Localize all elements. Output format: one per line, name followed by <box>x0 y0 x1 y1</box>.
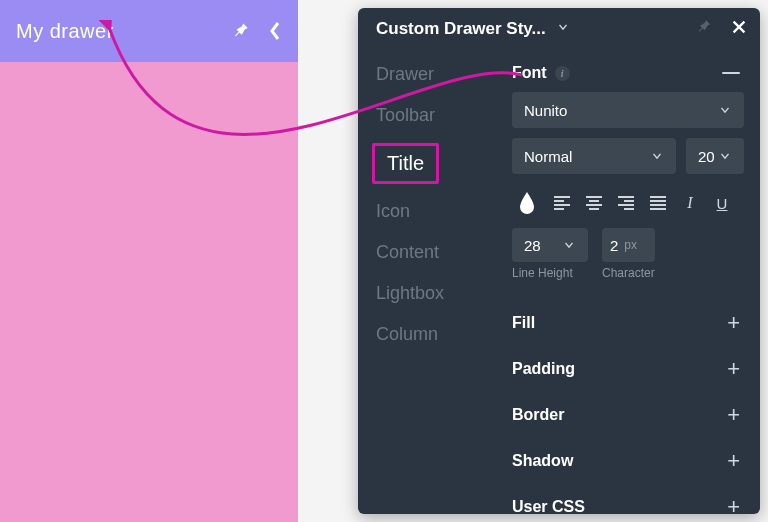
line-height-label: Line Height <box>512 262 588 280</box>
font-family-value: Nunito <box>524 102 567 119</box>
expand-icon: + <box>727 496 740 514</box>
align-justify-icon[interactable] <box>646 191 670 215</box>
style-nav: Drawer Toolbar Title Icon Content Lightb… <box>358 50 512 514</box>
panel-pin-icon[interactable] <box>696 19 712 39</box>
controls: Font i Nunito Normal 20 <box>512 50 760 514</box>
nav-item-icon[interactable]: Icon <box>358 201 512 222</box>
font-weight-value: Normal <box>524 148 572 165</box>
font-size-select[interactable]: 20 <box>686 138 744 174</box>
nav-item-lightbox[interactable]: Lightbox <box>358 283 512 304</box>
align-center-icon[interactable] <box>582 191 606 215</box>
panel-header: Custom Drawer Sty... <box>358 8 760 50</box>
style-panel: Custom Drawer Sty... Drawer Toolbar Titl… <box>358 8 760 514</box>
collapse-icon[interactable] <box>722 72 740 74</box>
drawer-preview: My drawer <box>0 0 298 522</box>
section-border-label: Border <box>512 406 564 424</box>
font-size-value: 20 <box>698 148 715 165</box>
expand-icon: + <box>727 404 740 426</box>
expand-icon: + <box>727 450 740 472</box>
line-height-value: 28 <box>524 237 541 254</box>
character-spacing-value: 2 <box>610 237 618 254</box>
character-spacing-unit: px <box>624 238 637 252</box>
nav-item-column[interactable]: Column <box>358 324 512 345</box>
chevron-left-icon[interactable] <box>268 20 282 42</box>
font-family-select[interactable]: Nunito <box>512 92 744 128</box>
section-padding[interactable]: Padding + <box>512 346 744 392</box>
expand-icon: + <box>727 312 740 334</box>
align-right-icon[interactable] <box>614 191 638 215</box>
section-user-css-label: User CSS <box>512 498 585 514</box>
text-toolbar: I U <box>512 184 744 218</box>
underline-icon[interactable]: U <box>710 191 734 215</box>
section-shadow-label: Shadow <box>512 452 573 470</box>
section-font-header[interactable]: Font i <box>512 64 744 82</box>
align-left-icon[interactable] <box>550 191 574 215</box>
pin-icon[interactable] <box>232 22 250 40</box>
italic-icon[interactable]: I <box>678 191 702 215</box>
section-fill[interactable]: Fill + <box>512 300 744 346</box>
section-fill-label: Fill <box>512 314 535 332</box>
close-icon[interactable] <box>730 18 748 40</box>
panel-title: Custom Drawer Sty... <box>376 19 546 39</box>
font-weight-select[interactable]: Normal <box>512 138 676 174</box>
drawer-header: My drawer <box>0 0 298 62</box>
expand-icon: + <box>727 358 740 380</box>
nav-item-toolbar[interactable]: Toolbar <box>358 105 512 126</box>
font-color-icon[interactable] <box>512 188 542 218</box>
section-border[interactable]: Border + <box>512 392 744 438</box>
nav-item-drawer[interactable]: Drawer <box>358 64 512 85</box>
line-height-select[interactable]: 28 <box>512 228 588 262</box>
drawer-header-icons <box>232 20 282 42</box>
info-icon[interactable]: i <box>555 66 570 81</box>
chevron-down-icon[interactable] <box>556 20 570 38</box>
drawer-title: My drawer <box>16 20 114 43</box>
section-shadow[interactable]: Shadow + <box>512 438 744 484</box>
nav-item-content[interactable]: Content <box>358 242 512 263</box>
character-label: Character <box>602 262 655 280</box>
section-padding-label: Padding <box>512 360 575 378</box>
font-section-label: Font <box>512 64 547 82</box>
character-spacing-input[interactable]: 2 px <box>602 228 655 262</box>
nav-item-title[interactable]: Title <box>372 143 439 184</box>
section-user-css[interactable]: User CSS + <box>512 484 744 514</box>
